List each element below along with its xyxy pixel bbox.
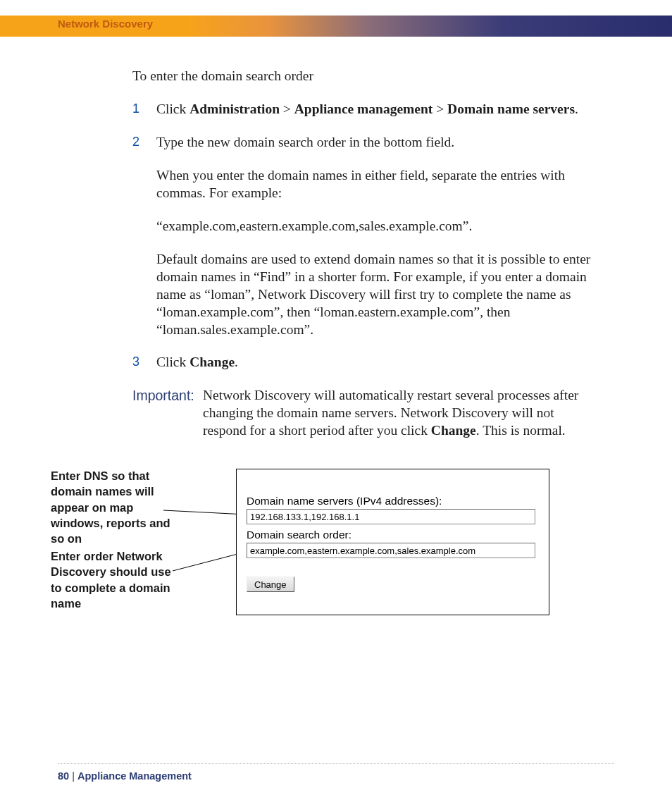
intro-paragraph: To enter the domain search order xyxy=(132,68,597,85)
change-bold: Change xyxy=(431,423,476,438)
text: > xyxy=(433,101,447,116)
domain-search-order-input[interactable] xyxy=(247,543,535,558)
important-body: Network Discovery will automatically res… xyxy=(203,387,597,440)
step-number: 1 xyxy=(132,101,156,117)
step-2: 2 Type the new domain search order in th… xyxy=(132,134,597,339)
change-bold: Change xyxy=(189,355,235,369)
text: . xyxy=(235,355,238,369)
main-content: To enter the domain search order 1 Click… xyxy=(132,68,597,440)
footer-separator: | xyxy=(69,770,77,782)
step-body: Click Administration > Appliance managem… xyxy=(156,101,597,118)
step-number: 3 xyxy=(132,354,156,370)
text: Click xyxy=(156,101,189,116)
steps-list: 1 Click Administration > Appliance manag… xyxy=(132,101,597,371)
page-number: 80 xyxy=(58,770,69,782)
change-button[interactable]: Change xyxy=(247,577,294,592)
important-label: Important: xyxy=(132,387,203,405)
footer-title: Appliance Management xyxy=(77,770,192,782)
dns-form-panel: Domain name servers (IPv4 addresses): Do… xyxy=(236,469,549,615)
callout-dns: Enter DNS so that domain names will appe… xyxy=(51,468,178,546)
dns-servers-input[interactable] xyxy=(247,509,535,524)
breadcrumb-part: Administration xyxy=(189,101,280,116)
dns-servers-label: Domain name servers (IPv4 addresses): xyxy=(247,495,539,507)
step-number: 2 xyxy=(132,134,156,150)
text: . xyxy=(575,101,578,116)
footer-rule xyxy=(58,763,614,764)
paragraph: When you enter the domain names in eithe… xyxy=(156,167,597,202)
step-3: 3 Click Change. xyxy=(132,354,597,371)
page-footer: 80 | Appliance Management xyxy=(58,770,192,782)
breadcrumb-part: Appliance management xyxy=(294,101,433,116)
paragraph: “example.com,eastern.example.com,sales.e… xyxy=(156,218,597,235)
header-section-label: Network Discovery xyxy=(58,18,153,30)
callout-search-order: Enter order Network Discovery should use… xyxy=(51,548,178,611)
step-1: 1 Click Administration > Appliance manag… xyxy=(132,101,597,118)
paragraph: Default domains are used to extend domai… xyxy=(156,251,597,339)
domain-search-order-label: Domain search order: xyxy=(247,529,539,541)
step-body: Type the new domain search order in the … xyxy=(156,134,597,339)
text: > xyxy=(280,101,294,116)
text: . This is normal. xyxy=(476,423,566,438)
breadcrumb-part: Domain name servers xyxy=(447,101,575,116)
paragraph: Type the new domain search order in the … xyxy=(156,134,597,152)
svg-line-1 xyxy=(173,552,246,571)
text: Click xyxy=(156,355,189,369)
document-page: { "header": { "section": "Network Discov… xyxy=(0,0,672,807)
important-note: Important: Network Discovery will automa… xyxy=(132,387,597,440)
header-bar: Network Discovery xyxy=(0,16,672,37)
step-body: Click Change. xyxy=(156,354,597,371)
